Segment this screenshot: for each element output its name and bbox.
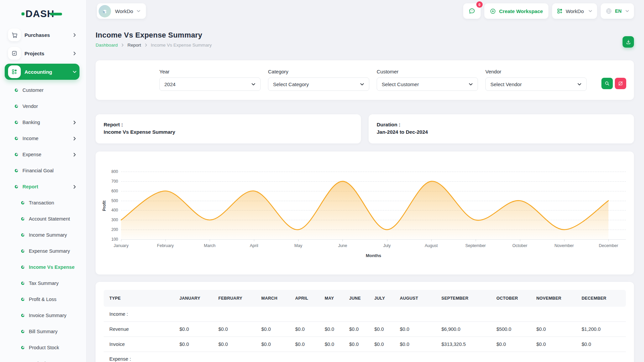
table-column-header: MAY xyxy=(319,290,343,307)
apply-filter-button[interactable] xyxy=(601,78,613,89)
sidebar-item-bill-summary[interactable]: Bill Summary xyxy=(5,323,79,340)
sidebar-item-profit-loss[interactable]: Profit & Loss xyxy=(5,291,79,307)
table-column-header: NOVEMBER xyxy=(531,290,576,307)
sidebar-item-income-summary[interactable]: Income Summary xyxy=(5,227,79,243)
sidebar-item-report[interactable]: Report xyxy=(5,179,79,195)
customer-label: Customer xyxy=(377,69,478,74)
x-tick-label: March xyxy=(204,243,216,248)
sidebar-item-customer[interactable]: Customer xyxy=(5,82,79,98)
sidebar-item-account-statement[interactable]: Account Statement xyxy=(5,211,79,227)
breadcrumb: DashboardReportIncome Vs Expense Summary xyxy=(96,43,212,48)
sidebar-item-income[interactable]: Income xyxy=(5,130,79,146)
table-column-header: FEBRUARY xyxy=(213,290,256,307)
page-title: Income Vs Expense Summary xyxy=(96,31,212,40)
sidebar-item-banking[interactable]: Banking xyxy=(5,114,79,130)
sidebar-item-projects[interactable]: Projects xyxy=(5,45,79,61)
sidebar-item-tax-summary[interactable]: Tax Summary xyxy=(5,275,79,291)
income-expense-table-card: TYPEJANUARYFEBRUARYMARCHAPRILMAYJUNEJULY… xyxy=(96,282,634,362)
chart-plot xyxy=(121,172,626,239)
x-tick-label: August xyxy=(425,243,438,248)
chevron-right-icon xyxy=(72,153,77,157)
breadcrumb-item[interactable]: Report xyxy=(127,43,141,48)
table-column-header: SEPTEMBER xyxy=(436,290,491,307)
language-selector[interactable]: EN xyxy=(601,3,634,19)
cart-icon xyxy=(8,28,21,41)
sidebar-item-label: Vendor xyxy=(22,104,79,109)
vendor-label: Vendor xyxy=(485,69,587,74)
y-tick-label: 200 xyxy=(111,227,118,232)
category-select[interactable]: Select Category xyxy=(268,77,369,91)
download-button[interactable] xyxy=(623,36,634,48)
apps-menu-button[interactable]: WorkDo xyxy=(552,3,597,19)
workspace-switcher[interactable]: WorkDo xyxy=(97,3,146,19)
row-value: $0.0 xyxy=(576,337,626,352)
row-value: $0.0 xyxy=(369,321,394,337)
row-value: $0.0 xyxy=(319,321,343,337)
bullet-icon xyxy=(21,282,24,285)
table-column-header: JUNE xyxy=(343,290,369,307)
sidebar-item-expense-summary[interactable]: Expense Summary xyxy=(5,243,79,259)
reset-filter-button[interactable] xyxy=(615,78,626,89)
filter-vendor: Vendor Select Vendor xyxy=(485,69,587,100)
row-value: $313,320.5 xyxy=(436,337,491,352)
y-tick-label: 600 xyxy=(111,189,118,193)
clear-filter-icon xyxy=(618,81,623,86)
sidebar-item-invoice-summary[interactable]: Invoice Summary xyxy=(5,307,79,323)
x-tick-label: December xyxy=(599,243,618,248)
row-value: $0.0 xyxy=(289,337,319,352)
sidebar-item-label: Projects xyxy=(24,51,72,56)
year-select[interactable]: 2024 xyxy=(159,77,261,91)
row-value: $0.0 xyxy=(256,321,289,337)
bullet-icon xyxy=(21,201,24,204)
vendor-value: Select Vendor xyxy=(490,81,522,87)
sidebar-item-vendor[interactable]: Vendor xyxy=(5,98,79,114)
report-card-title: Report : xyxy=(104,122,353,127)
table-section-row: Income : xyxy=(104,307,626,321)
bullet-icon xyxy=(21,217,24,221)
messages-button[interactable]: 0 xyxy=(463,3,481,19)
row-value: $0.0 xyxy=(213,321,256,337)
bullet-icon xyxy=(21,233,24,237)
messages-badge: 0 xyxy=(476,1,483,8)
row-value: $0.0 xyxy=(319,337,343,352)
summary-cards: Report : Income Vs Expense Summary Durat… xyxy=(96,114,634,143)
vendor-select[interactable]: Select Vendor xyxy=(485,77,587,91)
page-header: Income Vs Expense Summary DashboardRepor… xyxy=(96,31,634,48)
download-icon xyxy=(626,39,631,45)
sidebar-item-cash-flow[interactable]: Cash Flow xyxy=(5,356,79,362)
checkbox-icon xyxy=(8,47,21,60)
x-tick xyxy=(254,239,254,241)
income-expense-table: TYPEJANUARYFEBRUARYMARCHAPRILMAYJUNEJULY… xyxy=(104,290,626,362)
row-value: $0.0 xyxy=(343,321,369,337)
row-value: $0.0 xyxy=(343,337,369,352)
create-workspace-button[interactable]: Create Workspace xyxy=(484,3,548,19)
sidebar-item-product-stock[interactable]: Product Stock xyxy=(5,340,79,356)
year-label: Year xyxy=(159,69,261,74)
bullet-icon xyxy=(15,88,18,92)
sidebar-item-label: Profit & Loss xyxy=(29,297,79,302)
globe-icon xyxy=(605,8,612,14)
sidebar-item-income-vs-expense[interactable]: Income Vs Expense xyxy=(5,259,79,275)
sidebar-item-financial-goal[interactable]: Financial Goal xyxy=(5,163,79,179)
sidebar-item-transaction[interactable]: Transaction xyxy=(5,195,79,211)
table-column-header: JULY xyxy=(369,290,394,307)
y-tick-label: 100 xyxy=(111,237,118,242)
breadcrumb-item[interactable]: Dashboard xyxy=(96,43,118,48)
chevron-right-icon xyxy=(72,136,77,141)
chart-x-axis-title: Months xyxy=(121,253,626,258)
sidebar-item-purchases[interactable]: Purchases xyxy=(5,27,79,43)
app-logo[interactable]: DASH xyxy=(21,9,86,19)
x-tick xyxy=(564,239,565,241)
chat-icon xyxy=(468,7,476,15)
x-tick xyxy=(298,239,299,241)
customer-value: Select Customer xyxy=(382,81,419,87)
customer-select[interactable]: Select Customer xyxy=(377,77,478,91)
sidebar-item-accounting[interactable]: Accounting xyxy=(5,64,79,80)
y-tick-label: 500 xyxy=(111,198,118,203)
filter-customer: Customer Select Customer xyxy=(377,69,478,100)
breadcrumb-item: Income Vs Expense Summary xyxy=(151,43,212,48)
topbar-actions: 0 Create Workspace WorkDo EN xyxy=(463,3,634,19)
sidebar-item-expense[interactable]: Expense xyxy=(5,146,79,163)
grid-plus-icon xyxy=(8,65,21,78)
row-value: $500.0 xyxy=(491,321,531,337)
